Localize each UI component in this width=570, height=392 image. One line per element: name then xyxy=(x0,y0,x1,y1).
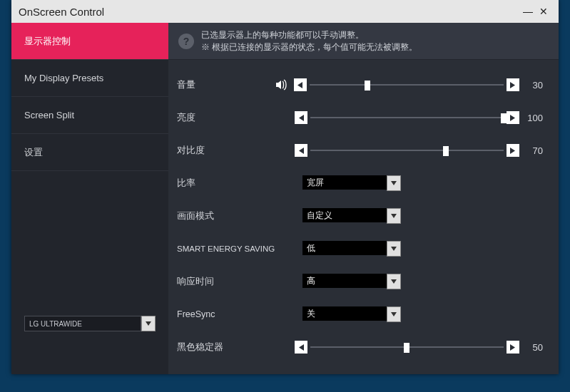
label-volume: 音量 xyxy=(174,79,274,91)
row-ratio: 比率 宽屏 xyxy=(174,167,543,200)
dropdown-ratio[interactable]: 宽屏 xyxy=(302,175,401,191)
row-freesync: FreeSync 关 xyxy=(174,298,543,331)
slider-track[interactable] xyxy=(310,341,504,354)
sidebar-item-label: 设置 xyxy=(24,146,43,159)
settings-panel: 音量 30 亮度 xyxy=(168,60,559,374)
sidebar-item-label: Screen Split xyxy=(24,110,74,120)
chevron-down-icon xyxy=(391,312,397,316)
value-contrast: 70 xyxy=(519,145,543,156)
monitor-select[interactable]: LG ULTRAWIDE xyxy=(24,316,156,331)
volume-icon[interactable] xyxy=(274,77,288,93)
label-brightness: 亮度 xyxy=(174,112,273,124)
sidebar-item-display-control[interactable]: 显示器控制 xyxy=(11,23,168,60)
minimize-button[interactable]: — xyxy=(520,6,536,17)
dropdown-smart-energy-saving-button[interactable] xyxy=(387,241,401,257)
chevron-down-icon xyxy=(146,321,151,326)
dropdown-picture-mode[interactable]: 自定义 xyxy=(302,208,401,224)
dropdown-ratio-value: 宽屏 xyxy=(302,175,387,190)
slider-inc-button[interactable] xyxy=(507,144,519,157)
row-response-time: 响应时间 高 xyxy=(174,265,543,298)
sidebar-item-screen-split[interactable]: Screen Split xyxy=(11,97,168,134)
monitor-select-dropdown-button[interactable] xyxy=(141,316,156,331)
info-line-2: ※ 根据已连接的显示器的状态，每个值可能无法被调整。 xyxy=(201,41,417,53)
content: 显示器控制 My Display Presets Screen Split 设置… xyxy=(11,23,559,374)
monitor-select-value: LG ULTRAWIDE xyxy=(24,316,141,331)
slider-dec-button[interactable] xyxy=(295,144,307,157)
row-picture-mode: 画面模式 自定义 xyxy=(174,200,543,232)
dropdown-response-time-button[interactable] xyxy=(387,274,401,289)
slider-track[interactable] xyxy=(310,111,504,124)
close-button[interactable]: ✕ xyxy=(536,6,551,17)
chevron-down-icon xyxy=(391,181,397,185)
dropdown-freesync[interactable]: 关 xyxy=(302,306,401,322)
row-brightness: 亮度 100 xyxy=(174,101,543,134)
info-text: 已选显示器上的每种功能都可以手动调整。 ※ 根据已连接的显示器的状态，每个值可能… xyxy=(201,29,417,52)
slider-inc-button[interactable] xyxy=(507,78,519,91)
label-ratio: 比率 xyxy=(174,177,281,190)
help-icon: ? xyxy=(178,33,194,49)
slider-track[interactable] xyxy=(310,144,504,157)
dropdown-response-time-value: 高 xyxy=(302,274,387,288)
info-bar: ? 已选显示器上的每种功能都可以手动调整。 ※ 根据已连接的显示器的状态，每个值… xyxy=(168,23,559,60)
chevron-down-icon xyxy=(391,214,397,218)
main-panel: ? 已选显示器上的每种功能都可以手动调整。 ※ 根据已连接的显示器的状态，每个值… xyxy=(168,23,559,374)
dropdown-freesync-button[interactable] xyxy=(387,306,401,322)
slider-inc-button[interactable] xyxy=(507,111,519,124)
chevron-down-icon xyxy=(391,279,397,284)
label-black-stabilizer: 黑色稳定器 xyxy=(174,341,273,354)
dropdown-smart-energy-saving[interactable]: 低 xyxy=(302,241,401,257)
row-black-stabilizer: 黑色稳定器 50 xyxy=(174,331,543,363)
label-picture-mode: 画面模式 xyxy=(174,210,281,222)
dropdown-picture-mode-button[interactable] xyxy=(387,208,401,224)
dropdown-freesync-value: 关 xyxy=(302,306,387,321)
slider-track[interactable] xyxy=(310,78,504,91)
slider-contrast xyxy=(295,144,519,157)
row-volume: 音量 30 xyxy=(174,68,543,101)
titlebar: OnScreen Control — ✕ xyxy=(11,0,559,23)
row-smart-energy-saving: SMART ENERGY SAVING 低 xyxy=(174,232,543,265)
sidebar-item-settings[interactable]: 设置 xyxy=(11,134,168,171)
label-contrast: 对比度 xyxy=(174,145,273,157)
dropdown-smart-energy-saving-value: 低 xyxy=(302,241,387,255)
slider-black-stabilizer xyxy=(295,341,519,354)
label-response-time: 响应时间 xyxy=(174,276,281,288)
slider-dec-button[interactable] xyxy=(295,341,307,354)
value-black-stabilizer: 50 xyxy=(519,342,543,353)
slider-volume xyxy=(294,78,519,91)
value-volume: 30 xyxy=(519,80,543,91)
slider-brightness xyxy=(295,111,519,124)
sidebar-item-label: 显示器控制 xyxy=(24,35,71,48)
row-contrast: 对比度 70 xyxy=(174,134,543,167)
dropdown-ratio-button[interactable] xyxy=(387,175,401,191)
sidebar-item-label: My Display Presets xyxy=(24,73,103,83)
slider-dec-button[interactable] xyxy=(295,111,307,124)
slider-inc-button[interactable] xyxy=(507,341,519,354)
label-smart-energy-saving: SMART ENERGY SAVING xyxy=(174,244,281,253)
value-brightness: 100 xyxy=(519,113,543,123)
info-line-1: 已选显示器上的每种功能都可以手动调整。 xyxy=(201,29,417,41)
chevron-down-icon xyxy=(391,247,397,251)
dropdown-picture-mode-value: 自定义 xyxy=(302,208,387,222)
dropdown-response-time[interactable]: 高 xyxy=(302,274,401,289)
slider-dec-button[interactable] xyxy=(294,78,307,91)
label-freesync: FreeSync xyxy=(174,309,281,319)
sidebar-item-my-display-presets[interactable]: My Display Presets xyxy=(11,60,168,97)
window-title: OnScreen Control xyxy=(19,6,520,18)
sidebar: 显示器控制 My Display Presets Screen Split 设置… xyxy=(11,23,168,374)
app-window: OnScreen Control — ✕ 显示器控制 My Display Pr… xyxy=(11,0,559,374)
